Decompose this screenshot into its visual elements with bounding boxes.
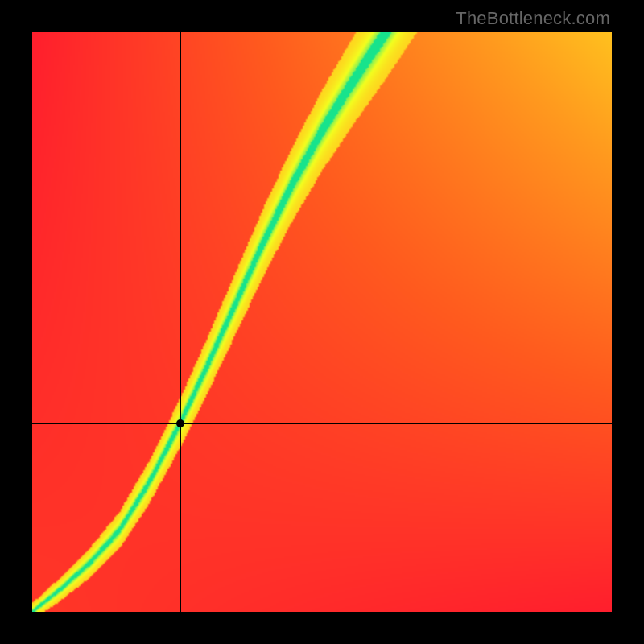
chart-frame: TheBottleneck.com	[0, 0, 644, 644]
marker-dot	[176, 419, 184, 427]
heatmap-canvas	[32, 32, 612, 612]
crosshair-vertical	[180, 32, 181, 612]
heatmap-plot	[32, 32, 612, 612]
crosshair-horizontal	[32, 423, 612, 424]
watermark-label: TheBottleneck.com	[456, 8, 610, 29]
